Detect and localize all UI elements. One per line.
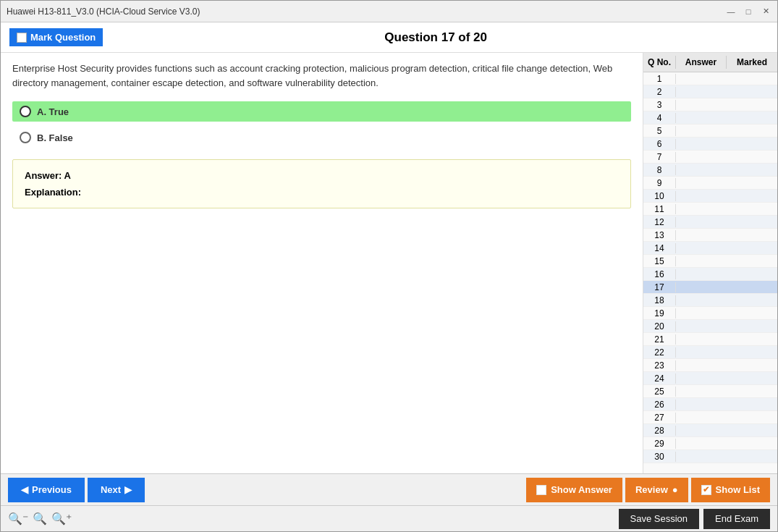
previous-button[interactable]: ◀ Previous <box>8 478 85 502</box>
row-qno: 29 <box>643 439 676 449</box>
table-row[interactable]: 20 <box>643 320 777 333</box>
table-row[interactable]: 12 <box>643 216 777 229</box>
table-row[interactable]: 6 <box>643 138 777 151</box>
row-qno: 16 <box>643 269 676 279</box>
title-bar: Huawei H13-811_V3.0 (HCIA-Cloud Service … <box>1 1 777 22</box>
table-row[interactable]: 2 <box>643 85 777 98</box>
table-row[interactable]: 11 <box>643 203 777 216</box>
show-list-checkbox-icon: ✔ <box>701 485 711 495</box>
mark-question-label: Mark Question <box>30 32 96 43</box>
table-row[interactable]: 28 <box>643 424 777 437</box>
option-b[interactable]: B. False <box>12 127 631 148</box>
table-row[interactable]: 7 <box>643 151 777 164</box>
zoom-controls: 🔍⁻ 🔍 🔍⁺ <box>8 512 72 525</box>
table-row[interactable]: 16 <box>643 268 777 281</box>
option-a[interactable]: A. True <box>12 101 631 122</box>
show-list-button[interactable]: ✔ Show List <box>691 478 770 502</box>
table-row[interactable]: 17 <box>643 281 777 294</box>
row-qno: 19 <box>643 308 676 318</box>
table-row[interactable]: 8 <box>643 164 777 177</box>
radio-a <box>20 106 31 117</box>
close-button[interactable]: ✕ <box>760 6 771 17</box>
review-label: Review <box>635 484 668 495</box>
row-qno: 20 <box>643 321 676 332</box>
table-row[interactable]: 21 <box>643 333 777 346</box>
next-label: Next <box>101 484 121 495</box>
show-answer-label: Show Answer <box>551 484 612 495</box>
previous-label: Previous <box>32 484 72 495</box>
zoom-reset-button[interactable]: 🔍 <box>33 512 47 525</box>
row-qno: 26 <box>643 400 676 410</box>
table-row[interactable]: 1 <box>643 72 777 85</box>
table-row[interactable]: 18 <box>643 294 777 307</box>
review-button[interactable]: Review ● <box>625 478 688 502</box>
col-answer-header: Answer <box>676 56 727 69</box>
row-qno: 15 <box>643 256 676 266</box>
row-qno: 13 <box>643 230 676 240</box>
mark-question-button[interactable]: Mark Question <box>9 28 103 46</box>
window-title: Huawei H13-811_V3.0 (HCIA-Cloud Service … <box>7 7 200 17</box>
end-exam-button[interactable]: End Exam <box>703 509 770 529</box>
main-content: Enterprise Host Security provides functi… <box>1 53 777 473</box>
table-row[interactable]: 30 <box>643 450 777 463</box>
zoom-out-button[interactable]: 🔍⁻ <box>8 512 28 525</box>
row-qno: 5 <box>643 126 676 136</box>
row-qno: 18 <box>643 295 676 305</box>
option-b-label: B. False <box>37 132 73 143</box>
footer-bar: 🔍⁻ 🔍 🔍⁺ Save Session End Exam <box>1 505 777 531</box>
show-answer-button[interactable]: Show Answer <box>526 478 622 502</box>
left-panel: Enterprise Host Security provides functi… <box>1 53 643 473</box>
minimize-button[interactable]: — <box>725 6 737 17</box>
zoom-in-button[interactable]: 🔍⁺ <box>51 512 72 525</box>
row-qno: 4 <box>643 113 676 123</box>
table-row[interactable]: 14 <box>643 242 777 255</box>
table-row[interactable]: 22 <box>643 346 777 359</box>
row-qno: 23 <box>643 360 676 371</box>
option-a-label: A. True <box>37 106 69 117</box>
row-qno: 9 <box>643 178 676 188</box>
review-dot-icon: ● <box>672 484 678 495</box>
row-qno: 22 <box>643 347 676 358</box>
row-qno: 27 <box>643 413 676 423</box>
row-qno: 3 <box>643 100 676 110</box>
table-row[interactable]: 26 <box>643 398 777 411</box>
show-answer-checkbox-icon <box>536 485 546 495</box>
radio-b <box>20 132 31 143</box>
prev-arrow-icon: ◀ <box>21 484 28 495</box>
right-panel: Q No. Answer Marked 1 2 3 4 5 <box>643 53 777 473</box>
row-qno: 7 <box>643 152 676 162</box>
table-row[interactable]: 15 <box>643 255 777 268</box>
table-row[interactable]: 29 <box>643 437 777 450</box>
row-qno: 12 <box>643 217 676 227</box>
table-row[interactable]: 23 <box>643 359 777 372</box>
table-row[interactable]: 13 <box>643 229 777 242</box>
table-row[interactable]: 4 <box>643 111 777 124</box>
question-list: 1 2 3 4 5 6 7 8 <box>643 72 777 463</box>
row-qno: 30 <box>643 452 676 462</box>
table-row[interactable]: 5 <box>643 124 777 138</box>
row-qno: 25 <box>643 387 676 397</box>
table-row[interactable]: 10 <box>643 190 777 203</box>
row-qno: 17 <box>643 282 676 292</box>
table-row[interactable]: 9 <box>643 177 777 190</box>
table-row[interactable]: 27 <box>643 411 777 424</box>
maximize-button[interactable]: □ <box>743 6 754 17</box>
table-row[interactable]: 19 <box>643 307 777 320</box>
right-panel-header: Q No. Answer Marked <box>643 53 777 72</box>
table-row[interactable]: 25 <box>643 385 777 398</box>
answer-box: Answer: A Explanation: <box>12 159 631 208</box>
row-qno: 2 <box>643 87 676 97</box>
table-row[interactable]: 3 <box>643 98 777 111</box>
top-toolbar: Mark Question Question 17 of 20 <box>1 22 777 53</box>
row-qno: 24 <box>643 373 676 384</box>
next-button[interactable]: Next ▶ <box>88 478 145 502</box>
row-qno: 8 <box>643 165 676 175</box>
table-row[interactable]: 24 <box>643 372 777 385</box>
row-qno: 14 <box>643 243 676 253</box>
question-header: Question 17 of 20 <box>103 30 769 45</box>
show-list-label: Show List <box>716 484 760 495</box>
row-qno: 10 <box>643 191 676 201</box>
col-marked-header: Marked <box>727 56 777 69</box>
next-arrow-icon: ▶ <box>124 484 132 495</box>
save-session-button[interactable]: Save Session <box>619 509 700 529</box>
